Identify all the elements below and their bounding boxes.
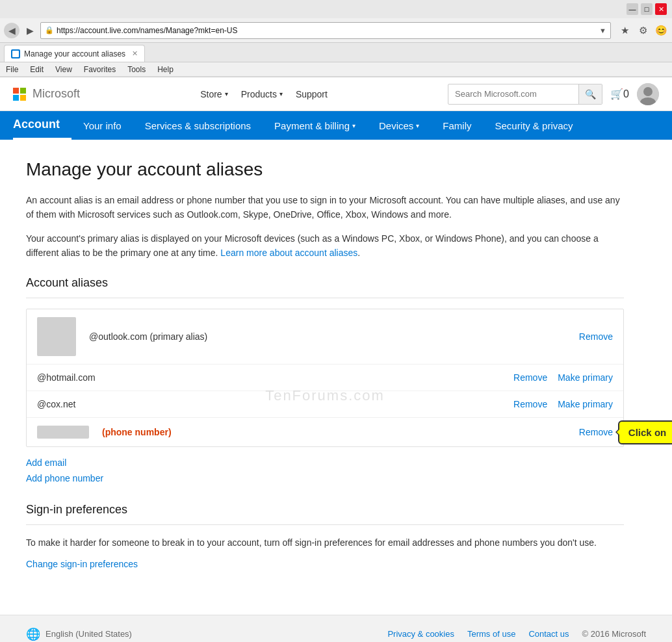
footer-right: Privacy & cookies Terms of use Contact u… [387,629,646,639]
change-signin-link[interactable]: Change sign-in preferences [26,559,138,569]
account-nav-security[interactable]: Security & privacy [484,111,585,140]
globe-icon: 🌐 [26,627,40,641]
alias-info-hotmail: @hotmail.com [37,372,500,383]
ms-search-input[interactable] [448,89,578,99]
account-nav-family[interactable]: Family [431,111,483,140]
footer-terms-link[interactable]: Terms of use [467,629,515,639]
footer-privacy-link[interactable]: Privacy & cookies [387,629,454,639]
add-phone-link[interactable]: Add phone number [26,473,624,483]
aliases-container: @outlook.com (primary alias) Remove @hot… [26,309,624,447]
alias-phone-display: (phone number) [102,427,172,437]
payment-dropdown-icon: ▾ [352,122,355,129]
aliases-section: Account aliases TenForums.com @outlook.c… [26,276,624,483]
account-nav-brand[interactable]: Account [13,111,71,140]
user-avatar[interactable] [637,83,659,105]
svg-point-1 [643,87,653,96]
footer-copyright: © 2016 Microsoft [582,629,646,639]
signin-section-divider [26,524,624,525]
alias-actions-outlook: Remove [579,331,613,342]
alias-row-hotmail: @hotmail.com Remove Make primary [27,365,623,391]
remove-outlook-link[interactable]: Remove [579,331,613,342]
phone-number-blurred [37,426,89,439]
cart-icon[interactable]: 🛒0 [610,88,629,100]
lock-icon: 🔒 [45,26,54,34]
browser-toolbar: ◀ ▶ 🔒 https://account.live.com/names/Man… [0,18,672,43]
learn-more-link[interactable]: Learn more about account aliases [220,248,357,258]
make-primary-cox-link[interactable]: Make primary [558,399,613,409]
forward-button[interactable]: ▶ [22,23,38,38]
ms-nav-store[interactable]: Store ▾ [200,89,227,99]
make-primary-hotmail-link[interactable]: Make primary [558,372,613,383]
menu-help[interactable]: Help [155,64,175,75]
settings-icon[interactable]: ⚙ [636,23,650,38]
user-smiley-icon[interactable]: 😊 [654,23,668,38]
devices-dropdown-icon: ▾ [416,122,419,129]
titlebar: — □ ✕ [0,0,672,18]
aliases-section-title: Account aliases [26,276,624,290]
ms-nav-products[interactable]: Products ▾ [241,89,283,99]
account-nav-payment[interactable]: Payment & billing ▾ [263,111,367,140]
tab-close-button[interactable]: ✕ [132,49,138,58]
search-dropdown-icon[interactable]: ▼ [599,27,606,34]
alias-email-outlook: @outlook.com (primary alias) [89,331,207,342]
tab-title: Manage your account aliases [24,49,125,58]
menu-view[interactable]: View [53,64,74,75]
menu-favorites[interactable]: Favorites [82,64,118,75]
account-nav-services[interactable]: Services & subscriptions [133,111,263,140]
ms-search-button[interactable]: 🔍 [578,84,602,104]
add-email-link[interactable]: Add email [26,457,624,468]
aliases-area: TenForums.com @outlook.com (primary alia… [26,309,624,483]
active-tab[interactable]: Manage your account aliases ✕ [4,45,145,62]
ms-logo-text: Microsoft [32,87,80,101]
alias-row-cox: @cox.net Remove Make primary [27,391,623,418]
menu-edit[interactable]: Edit [28,64,45,75]
menu-file[interactable]: File [4,64,20,75]
back-button[interactable]: ◀ [4,23,19,38]
close-button[interactable]: ✕ [655,3,667,15]
tooltip-wrapper: Remove Click on [579,427,613,437]
alias-info-outlook: @outlook.com (primary alias) [89,331,566,342]
footer-language: English (United States) [45,629,132,639]
ms-nav-support[interactable]: Support [296,89,328,99]
url-text: https://account.live.com/names/Manage?mk… [57,26,599,35]
minimize-button[interactable]: — [627,3,638,15]
tab-favicon [11,49,20,58]
alias-actions-hotmail: Remove Make primary [513,372,613,383]
signin-section: Sign-in preferences To make it harder fo… [26,503,624,569]
toolbar-icons: ★ ⚙ 😊 [617,23,668,38]
remove-cox-link[interactable]: Remove [513,399,547,409]
address-bar[interactable]: 🔒 https://account.live.com/names/Manage?… [40,22,611,39]
products-dropdown-icon: ▾ [279,90,283,97]
ms-search[interactable]: 🔍 [448,84,602,105]
account-nav-your-info[interactable]: Your info [71,111,133,140]
remove-hotmail-link[interactable]: Remove [513,372,547,383]
alias-info-phone: (phone number) [102,427,566,437]
menu-bar: File Edit View Favorites Tools Help [0,62,672,77]
alias-actions-cox: Remove Make primary [513,399,613,409]
footer-contact-link[interactable]: Contact us [528,629,569,639]
description-2: Your account's primary alias is displaye… [26,231,624,261]
section-divider [26,298,624,298]
alias-actions-phone: Remove Click on [579,427,613,437]
ms-logo[interactable]: Microsoft [13,87,80,101]
store-dropdown-icon: ▾ [225,90,228,97]
remove-phone-link[interactable]: Remove [579,427,613,437]
click-tooltip: Click on [618,420,672,444]
account-nav-devices[interactable]: Devices ▾ [367,111,431,140]
maximize-button[interactable]: □ [641,3,653,15]
alias-row-outlook: @outlook.com (primary alias) Remove [27,309,623,365]
account-nav: Account Your info Services & subscriptio… [0,111,672,140]
footer-left: 🌐 English (United States) [26,627,132,641]
alias-avatar-outlook [37,317,76,356]
signin-description: To make it harder for someone to break i… [26,535,624,550]
ms-top-nav: Store ▾ Products ▾ Support [200,89,328,99]
favorites-icon[interactable]: ★ [617,23,632,38]
menu-tools[interactable]: Tools [125,64,148,75]
ms-header: Microsoft Store ▾ Products ▾ Support 🔍 🛒… [0,77,672,111]
alias-info-cox: @cox.net [37,399,500,409]
alias-email-hotmail: @hotmail.com [37,372,96,383]
ms-header-right: 🔍 🛒0 [448,83,659,105]
alias-row-phone: (phone number) Remove Click on [27,418,623,446]
signin-section-title: Sign-in preferences [26,503,624,517]
footer: 🌐 English (United States) Privacy & cook… [0,615,672,642]
